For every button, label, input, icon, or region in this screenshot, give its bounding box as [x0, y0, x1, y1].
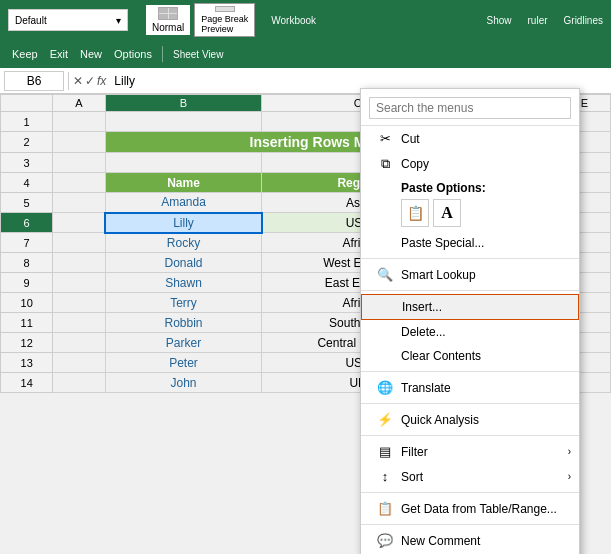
paste-a-symbol: A [441, 204, 453, 222]
cut-menu-item[interactable]: ✂ Cut [361, 126, 579, 151]
paste-icon-row: 📋 A [361, 197, 579, 231]
menu-sep-3 [361, 371, 579, 372]
sheet-view-label: Sheet View [169, 49, 227, 60]
cell-b3[interactable] [105, 153, 262, 173]
cell-b9[interactable]: Shawn [105, 273, 262, 293]
cell-a10[interactable] [53, 293, 105, 313]
page-break-view-button[interactable]: Page BreakPreview [194, 3, 255, 37]
clear-contents-menu-item[interactable]: Clear Contents [361, 344, 579, 368]
smart-lookup-label: Smart Lookup [401, 268, 476, 282]
smart-lookup-menu-item[interactable]: 🔍 Smart Lookup [361, 262, 579, 287]
filter-menu-item[interactable]: ▤ Filter › [361, 439, 579, 464]
cell-b10[interactable]: Terry [105, 293, 262, 313]
translate-label: Translate [401, 381, 451, 395]
normal-view-button[interactable]: Normal [144, 3, 192, 37]
copy-menu-item[interactable]: ⧉ Copy [361, 151, 579, 177]
row-header-14: 14 [1, 373, 53, 393]
col-header-b[interactable]: B [105, 95, 262, 112]
get-data-label: Get Data from Table/Range... [401, 502, 557, 516]
paste-options-header: Paste Options: [361, 177, 579, 197]
translate-icon: 🌐 [377, 380, 393, 395]
cell-reference-input[interactable] [4, 71, 64, 91]
cell-b5[interactable]: Amanda [105, 193, 262, 213]
copy-icon: ⧉ [377, 156, 393, 172]
paste-icon-2[interactable]: A [433, 199, 461, 227]
cell-b7[interactable]: Rocky [105, 233, 262, 253]
cut-icon: ✂ [377, 131, 393, 146]
view-dropdown[interactable]: Default ▾ [8, 9, 128, 31]
row-header-13: 13 [1, 353, 53, 373]
cell-a14[interactable] [53, 373, 105, 393]
cell-a1[interactable] [53, 112, 105, 132]
cell-a6[interactable] [53, 213, 105, 233]
delete-label: Delete... [401, 325, 446, 339]
workbook-section-label: Workbook [271, 15, 316, 26]
menu-search-input[interactable] [369, 97, 571, 119]
formula-icons: ✕ ✓ fx [73, 74, 106, 88]
clear-contents-label: Clear Contents [401, 349, 481, 363]
cell-b1[interactable] [105, 112, 262, 132]
fx-label: fx [97, 74, 106, 88]
new-button[interactable]: New [76, 46, 106, 62]
paste-options-label: Paste Options: [401, 181, 486, 195]
cell-b4[interactable]: Name [105, 173, 262, 193]
row-header-3: 3 [1, 153, 53, 173]
cell-a11[interactable] [53, 313, 105, 333]
get-data-menu-item[interactable]: 📋 Get Data from Table/Range... [361, 496, 579, 521]
cell-a13[interactable] [53, 353, 105, 373]
row-header-4: 4 [1, 173, 53, 193]
cell-a4[interactable] [53, 173, 105, 193]
insert-label: Insert... [402, 300, 442, 314]
cell-a5[interactable] [53, 193, 105, 213]
keep-button[interactable]: Keep [8, 46, 42, 62]
show-section-label: Show [487, 15, 512, 26]
get-data-icon: 📋 [377, 501, 393, 516]
menu-sep-6 [361, 492, 579, 493]
paste-special-menu-item[interactable]: Paste Special... [361, 231, 579, 255]
cut-label: Cut [401, 132, 420, 146]
exit-button[interactable]: Exit [46, 46, 72, 62]
cell-b13[interactable]: Peter [105, 353, 262, 373]
new-comment-menu-item[interactable]: 💬 New Comment [361, 528, 579, 553]
cell-b14[interactable]: John [105, 373, 262, 393]
sort-icon: ↕ [377, 469, 393, 484]
cell-a9[interactable] [53, 273, 105, 293]
delete-menu-item[interactable]: Delete... [361, 320, 579, 344]
cell-b8[interactable]: Donald [105, 253, 262, 273]
formula-check-icon: ✓ [85, 74, 95, 88]
formula-x-icon: ✕ [73, 74, 83, 88]
row-header-10: 10 [1, 293, 53, 313]
menu-sep-4 [361, 403, 579, 404]
cell-a3[interactable] [53, 153, 105, 173]
cell-a7[interactable] [53, 233, 105, 253]
toolbar-divider [162, 46, 163, 62]
cell-b12[interactable]: Parker [105, 333, 262, 353]
smart-lookup-icon: 🔍 [377, 267, 393, 282]
cell-b11[interactable]: Robbin [105, 313, 262, 333]
quick-analysis-menu-item[interactable]: ⚡ Quick Analysis [361, 407, 579, 432]
ribbon: Default ▾ Normal Page BreakPreview Workb… [0, 0, 611, 40]
view-dropdown-label: Default [15, 15, 47, 26]
cell-a2[interactable] [53, 132, 105, 153]
row-header-1: 1 [1, 112, 53, 132]
formula-bar-divider [68, 72, 69, 90]
formula-content: Lilly [110, 72, 607, 90]
page-break-view-icon [215, 6, 235, 12]
cell-a8[interactable] [53, 253, 105, 273]
sort-arrow-icon: › [568, 471, 571, 482]
sort-menu-item[interactable]: ↕ Sort › [361, 464, 579, 489]
paste-icon-1[interactable]: 📋 [401, 199, 429, 227]
cell-b6[interactable]: Lilly [105, 213, 262, 233]
menu-sep-2 [361, 290, 579, 291]
translate-menu-item[interactable]: 🌐 Translate [361, 375, 579, 400]
toolbar: Keep Exit New Options Sheet View [0, 40, 611, 68]
gridlines-label: Gridlines [564, 15, 603, 26]
cell-a12[interactable] [53, 333, 105, 353]
normal-view-icon [158, 7, 178, 20]
insert-menu-item[interactable]: Insert... [361, 294, 579, 320]
row-header-9: 9 [1, 273, 53, 293]
options-button[interactable]: Options [110, 46, 156, 62]
filter-label: Filter [401, 445, 428, 459]
row-header-12: 12 [1, 333, 53, 353]
col-header-a[interactable]: A [53, 95, 105, 112]
